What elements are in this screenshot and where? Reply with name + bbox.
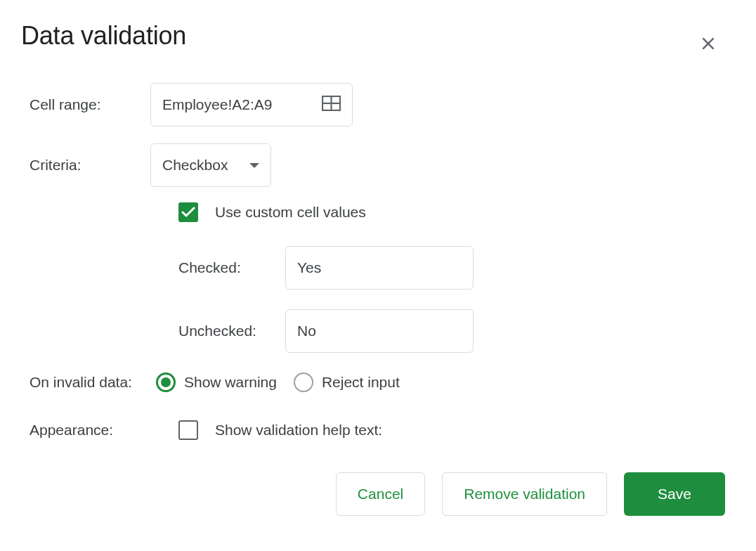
cell-range-input-container bbox=[150, 83, 353, 127]
dialog-title: Data validation bbox=[21, 21, 735, 51]
dialog-buttons: Cancel Remove validation Save bbox=[21, 472, 735, 516]
remove-validation-button[interactable]: Remove validation bbox=[442, 472, 607, 516]
cell-range-label: Cell range: bbox=[21, 96, 150, 113]
reject-input-radio bbox=[294, 372, 313, 392]
criteria-dropdown[interactable]: Checkbox bbox=[150, 143, 271, 187]
show-warning-radio bbox=[156, 372, 176, 392]
show-warning-option[interactable]: Show warning bbox=[156, 372, 277, 392]
dropdown-arrow-icon bbox=[249, 163, 259, 168]
checked-label: Checked: bbox=[178, 259, 285, 276]
use-custom-values-checkbox[interactable] bbox=[178, 202, 198, 222]
invalid-data-label: On invalid data: bbox=[21, 374, 156, 391]
unchecked-label: Unchecked: bbox=[178, 323, 285, 339]
unchecked-input-container bbox=[285, 309, 474, 353]
save-button[interactable]: Save bbox=[624, 472, 725, 516]
unchecked-value-input[interactable] bbox=[297, 323, 462, 339]
show-warning-label: Show warning bbox=[184, 374, 277, 391]
grid-selector-button[interactable] bbox=[322, 96, 341, 115]
show-help-text-label: Show validation help text: bbox=[215, 422, 382, 439]
criteria-value: Checkbox bbox=[162, 157, 228, 174]
checked-input-container bbox=[285, 246, 474, 290]
use-custom-values-label: Use custom cell values bbox=[215, 204, 366, 221]
show-help-text-checkbox[interactable] bbox=[178, 420, 198, 440]
checkmark-icon bbox=[181, 207, 195, 218]
cell-range-input[interactable] bbox=[162, 96, 303, 113]
criteria-label: Criteria: bbox=[21, 157, 150, 174]
grid-icon bbox=[322, 96, 341, 111]
invalid-data-radio-group: Show warning Reject input bbox=[156, 372, 400, 392]
data-validation-dialog: Data validation Cell range: bbox=[0, 0, 756, 551]
appearance-label: Appearance: bbox=[21, 422, 150, 439]
reject-input-label: Reject input bbox=[322, 374, 400, 391]
reject-input-option[interactable]: Reject input bbox=[294, 372, 400, 392]
close-button[interactable] bbox=[698, 34, 718, 53]
close-icon bbox=[699, 34, 717, 53]
cancel-button[interactable]: Cancel bbox=[336, 472, 425, 516]
checked-value-input[interactable] bbox=[297, 259, 462, 276]
